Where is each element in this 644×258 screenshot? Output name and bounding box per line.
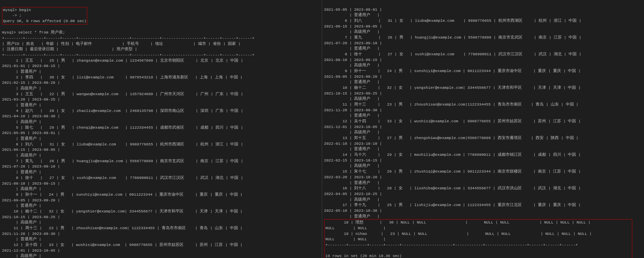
- right-terminal: 2021-05-05 | 2023-09-01 | | 普通用户 | 6 | 刘…: [322, 0, 644, 258]
- left-terminal: mysql> begin -> ; Query OK, 0 rows affec…: [0, 0, 322, 258]
- left-content: mysql> begin -> ; Query OK, 0 rows affec…: [2, 7, 320, 258]
- right-content: 2021-05-05 | 2023-09-01 | | 普通用户 | 6 | 刘…: [324, 7, 642, 258]
